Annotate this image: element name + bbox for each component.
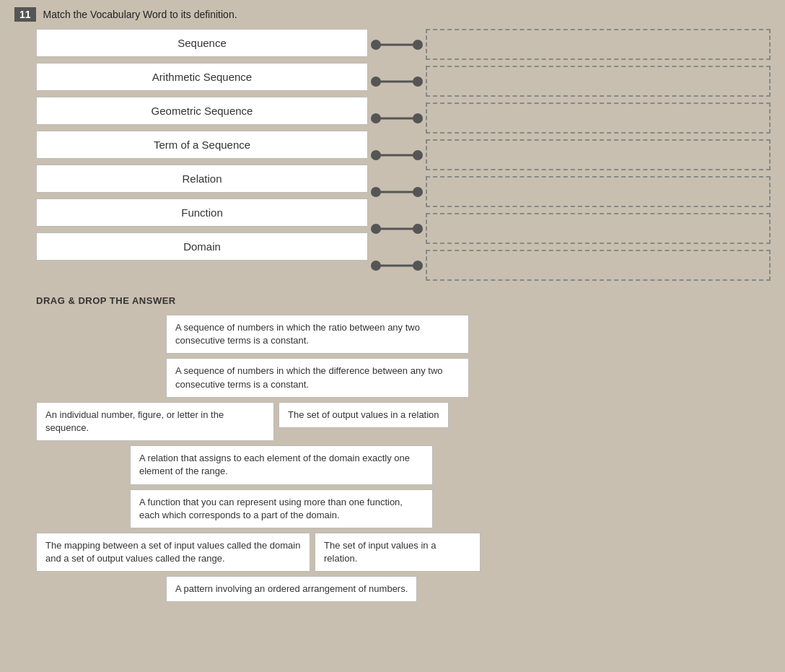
question-text: Match the Vocabulary Word to its definit… [43, 7, 237, 20]
connector-line [376, 191, 418, 193]
connector-row [368, 139, 426, 170]
connector-line [376, 154, 418, 156]
answer-row-1: A sequence of numbers in which the ratio… [36, 315, 469, 354]
answer-tile-4[interactable]: The set of output values in a relation [279, 402, 449, 428]
answer-tile-5[interactable]: A relation that assigns to each element … [130, 445, 433, 484]
connector-line [376, 227, 418, 230]
definitions-column [426, 29, 771, 281]
drop-zone-geometric-sequence[interactable] [426, 102, 771, 134]
connector-row [368, 176, 426, 207]
connector-dot-right [413, 150, 423, 160]
connector-row [368, 250, 426, 281]
connector-dot-left [371, 261, 381, 271]
answer-tiles-area: A sequence of numbers in which the ratio… [36, 315, 771, 602]
drop-zone-domain[interactable] [426, 250, 771, 281]
page-container: 11 Match the Vocabulary Word to its defi… [0, 0, 785, 672]
connector-dot-right [413, 77, 423, 87]
connector-dot-left [371, 40, 381, 50]
drop-zone-sequence[interactable] [426, 29, 771, 60]
answer-row-6: The mapping between a set of input value… [36, 533, 481, 572]
connector-dot-left [371, 113, 381, 123]
connector-dot-left [371, 150, 381, 160]
answer-row-5: A function that you can represent using … [36, 489, 433, 528]
answer-tile-1[interactable]: A sequence of numbers in which the ratio… [166, 315, 469, 354]
answer-row-4: A relation that assigns to each element … [36, 445, 433, 484]
drop-zone-arithmetic-sequence[interactable] [426, 66, 771, 97]
connector-dot-right [413, 224, 423, 234]
terms-column: SequenceArithmetic SequenceGeometric Seq… [36, 29, 368, 281]
drop-zone-relation[interactable] [426, 176, 771, 207]
answer-row-2: A sequence of numbers in which the diffe… [36, 358, 469, 397]
term-sequence[interactable]: Sequence [36, 29, 368, 57]
drop-zone-term-of-a-sequence[interactable] [426, 139, 771, 170]
question-header: 11 Match the Vocabulary Word to its defi… [14, 7, 771, 22]
connector-line [376, 43, 418, 45]
connector-row [368, 102, 426, 134]
connector-dot-left [371, 77, 381, 87]
connectors-column [368, 29, 426, 281]
term-domain[interactable]: Domain [36, 232, 368, 261]
term-relation[interactable]: Relation [36, 165, 368, 193]
drag-drop-section: DRAG & DROP THE ANSWER A sequence of num… [36, 295, 771, 602]
term-geometric-sequence[interactable]: Geometric Sequence [36, 97, 368, 125]
connector-dot-right [413, 187, 423, 197]
answer-tile-8[interactable]: The set of input values in a relation. [315, 533, 481, 572]
answer-tile-6[interactable]: A function that you can represent using … [130, 489, 433, 528]
answer-tile-9[interactable]: A pattern involving an ordered arrangeme… [166, 576, 417, 602]
term-term-of-a-sequence[interactable]: Term of a Sequence [36, 131, 368, 159]
answer-row-7: A pattern involving an ordered arrangeme… [36, 576, 417, 602]
connector-dot-right [413, 261, 423, 271]
drag-drop-label: DRAG & DROP THE ANSWER [36, 295, 771, 306]
drop-zone-function[interactable] [426, 213, 771, 244]
connector-row [368, 29, 426, 60]
connector-row [368, 66, 426, 97]
connector-dot-right [413, 113, 423, 123]
question-number: 11 [14, 7, 36, 22]
matching-area: SequenceArithmetic SequenceGeometric Seq… [36, 29, 771, 281]
connector-dot-left [371, 224, 381, 234]
answer-tile-7[interactable]: The mapping between a set of input value… [36, 533, 310, 572]
answer-row-3: An individual number, figure, or letter … [36, 402, 449, 441]
term-arithmetic-sequence[interactable]: Arithmetic Sequence [36, 63, 368, 91]
connector-line [376, 264, 418, 266]
answer-tile-3[interactable]: An individual number, figure, or letter … [36, 402, 274, 441]
connector-dot-left [371, 187, 381, 197]
connector-row [368, 213, 426, 244]
connector-dot-right [413, 40, 423, 50]
answer-tile-2[interactable]: A sequence of numbers in which the diffe… [166, 358, 469, 397]
term-function[interactable]: Function [36, 198, 368, 227]
connector-line [376, 117, 418, 119]
connector-line [376, 80, 418, 82]
